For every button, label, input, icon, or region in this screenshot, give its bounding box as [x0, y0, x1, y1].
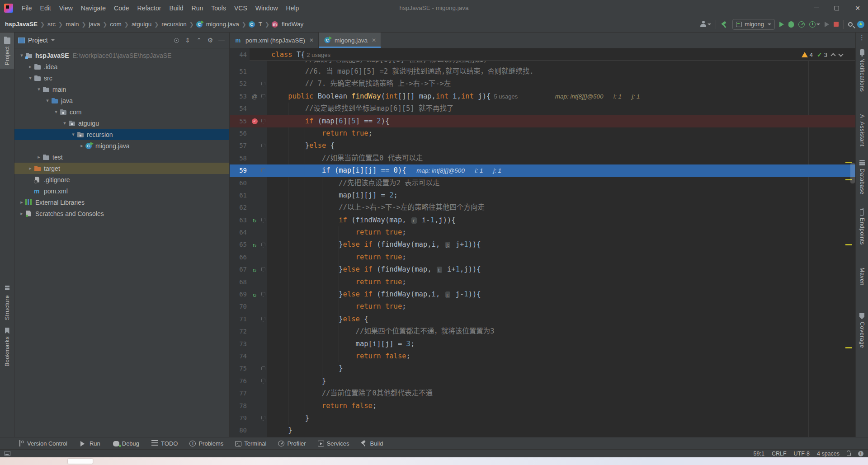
tool-window-button-problems[interactable]: !Problems [189, 440, 223, 447]
breadcrumb-item[interactable]: atguigu [130, 20, 153, 28]
code-editor[interactable]: //如果小老鼠能到 map[6][5] 位置，那么说明通路找到51//6. 当 … [230, 61, 855, 437]
menu-view[interactable]: View [55, 0, 77, 16]
user-icon[interactable] [700, 21, 711, 28]
code-line[interactable]: 56return true; [230, 127, 855, 140]
sidebar-item-ai-assistant[interactable]: AI Assistant [856, 102, 868, 150]
code-line[interactable]: 64return true; [230, 226, 855, 239]
tree-toggle-icon[interactable]: ▸ [35, 154, 42, 160]
sidebar-item-structure[interactable]: Structure [0, 281, 14, 324]
fold-gutter[interactable] [259, 412, 267, 424]
rec-gutter[interactable]: ↻ [250, 214, 259, 226]
tree-item[interactable]: ▸External Libraries [14, 197, 229, 208]
expand-all-icon[interactable]: ⇕ [184, 36, 192, 44]
fold-gutter[interactable] [259, 239, 267, 251]
code-line[interactable]: 70return true; [230, 301, 855, 313]
chevron-down-icon[interactable] [51, 39, 55, 41]
rec-gutter[interactable]: ↻ [250, 263, 259, 276]
tree-item[interactable]: ▸.idea [14, 61, 229, 72]
sidebar-item-notifications[interactable]: Notifications [856, 44, 868, 96]
tree-item[interactable]: ▾com [14, 106, 229, 117]
sidebar-item-coverage[interactable]: Coverage [856, 310, 868, 352]
fold-marker-icon[interactable] [261, 144, 265, 149]
fold-marker-icon[interactable] [261, 317, 265, 322]
rec-gutter[interactable]: ↻ [250, 288, 259, 301]
fold-gutter[interactable] [259, 214, 267, 226]
code-line[interactable]: 63↻if (findWay(map, i: i-1,j)){ [230, 214, 855, 226]
tree-item[interactable]: .gitignore [14, 174, 229, 185]
maximize-button[interactable] [826, 0, 847, 16]
collapse-all-icon[interactable]: ⌃ [195, 36, 203, 44]
tree-toggle-icon[interactable]: ▸ [18, 199, 25, 205]
tool-window-button-profiler[interactable]: Profiler [278, 440, 306, 447]
code-line[interactable]: 79} [230, 412, 855, 424]
code-line[interactable]: 60//先把该点设置为2 表示可以走 [230, 177, 855, 189]
tree-item[interactable]: ▾java [14, 95, 229, 106]
stop-button[interactable] [834, 22, 839, 27]
tree-toggle-icon[interactable]: ▾ [44, 98, 51, 103]
tree-toggle-icon[interactable]: ▾ [61, 120, 68, 126]
tool-window-button-debug[interactable]: Debug [112, 440, 139, 447]
settings-gear-icon[interactable]: ⚙ [206, 36, 214, 44]
code-line[interactable]: 59if (map[i][j] == 0){ map: int[8][]@500… [230, 164, 855, 177]
unlock-icon[interactable] [847, 453, 851, 456]
fold-gutter[interactable] [259, 78, 267, 90]
tab-pom-xml-hspjavase-[interactable]: mpom.xml (hspJavaSE)✕ [230, 33, 319, 48]
fold-gutter[interactable] [259, 288, 267, 301]
code-line[interactable]: 74return false; [230, 350, 855, 362]
code-line[interactable]: 71}else { [230, 313, 855, 325]
menu-vcs[interactable]: VCS [230, 0, 251, 16]
code-line[interactable]: 57}else { [230, 140, 855, 152]
status-indent[interactable]: 4 spaces [817, 451, 840, 457]
tree-toggle-icon[interactable]: ▸ [78, 143, 85, 149]
close-tab-icon[interactable]: ✕ [309, 37, 314, 43]
status-caret-position[interactable]: 59:1 [754, 451, 764, 457]
code-line[interactable]: 62//以上->右->下->左的策略往其他四个方向走 [230, 202, 855, 214]
breadcrumb-item[interactable]: com [108, 20, 123, 28]
fold-gutter[interactable] [259, 362, 267, 375]
tool-window-button-build[interactable]: Build [361, 440, 383, 447]
warning-stripe-mark[interactable] [845, 347, 852, 348]
breadcrumb-item[interactable]: migong.java [205, 20, 241, 28]
bp-gutter[interactable]: ✓ [250, 115, 259, 127]
profiler-button[interactable] [798, 21, 805, 28]
menu-build[interactable]: Build [165, 0, 187, 16]
menu-edit[interactable]: Edit [36, 0, 55, 16]
code-line[interactable]: 65↻}else if (findWay(map,i, j: j+1)){ [230, 239, 855, 251]
code-line[interactable]: 67↻}else if (findWay(map, i: i+1,j)){ [230, 263, 855, 276]
locate-file-icon[interactable] [172, 36, 180, 44]
tree-toggle-icon[interactable]: ▾ [35, 86, 42, 92]
code-line[interactable]: 61map[i][j] = 2; [230, 189, 855, 202]
tree-item[interactable]: ▾atguigu [14, 117, 229, 129]
sidebar-item-database[interactable]: Database [856, 156, 868, 198]
fold-marker-icon[interactable] [261, 82, 265, 87]
tree-item[interactable]: ▸Cmigong.java [14, 140, 229, 151]
build-hammer-icon[interactable] [721, 21, 728, 28]
sidebar-item-bookmarks[interactable]: Bookmarks [0, 324, 14, 370]
fold-marker-icon[interactable] [261, 168, 265, 173]
menu-window[interactable]: Window [251, 0, 282, 16]
code-line[interactable]: //如果小老鼠能到 map[6][5] 位置，那么说明通路找到 [230, 61, 855, 66]
minimize-button[interactable] [806, 0, 826, 16]
fold-marker-icon[interactable] [261, 243, 265, 248]
code-line[interactable]: 69↻}else if (findWay(map,i, j: j-1)){ [230, 288, 855, 301]
tree-toggle-icon[interactable]: ▸ [27, 64, 34, 70]
code-line[interactable]: 77//当前位置除了0其他都代表走不通 [230, 387, 855, 399]
more-options-icon[interactable]: ⋮ [859, 33, 865, 44]
tree-item[interactable]: ▸target [14, 163, 229, 174]
code-line[interactable]: 78return false; [230, 400, 855, 412]
breakpoint-icon[interactable]: ✓ [252, 118, 258, 124]
tree-item[interactable]: ▾src [14, 72, 229, 84]
tree-toggle-icon[interactable]: ▾ [27, 75, 34, 81]
fold-gutter[interactable] [259, 313, 267, 325]
hide-panel-icon[interactable]: — [217, 36, 226, 44]
tree-toggle-icon[interactable]: ▾ [52, 109, 60, 115]
notifications-icon[interactable]: ! [858, 451, 863, 456]
close-tab-icon[interactable]: ✕ [372, 37, 376, 43]
tool-window-button-terminal[interactable]: >_Terminal [235, 440, 266, 447]
fold-gutter[interactable] [259, 375, 267, 387]
run-config-selector[interactable]: migong [732, 19, 775, 30]
run-button[interactable] [779, 22, 784, 27]
breadcrumb-item[interactable]: java [88, 20, 102, 28]
rec-gutter[interactable]: ↻ [250, 239, 259, 251]
code-line[interactable]: 76} [230, 375, 855, 387]
